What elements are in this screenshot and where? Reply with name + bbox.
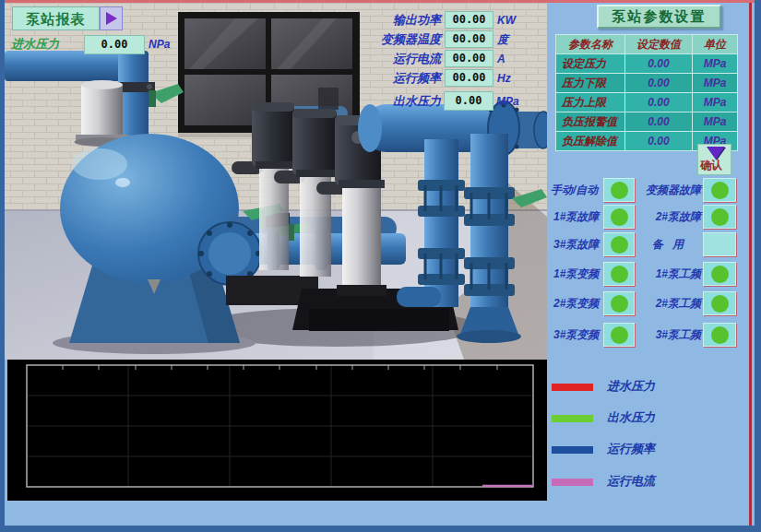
status-lamp [603,205,635,229]
report-button-label[interactable]: 泵站报表 [12,6,100,30]
param-unit: MPa [693,54,737,73]
status-label-pump1-vfd: 1#泵变频 [553,262,604,286]
legend-label: 出水压力 [607,410,655,425]
outlet-pressure-unit: MPa [496,93,519,110]
readout-value: 00.00 [445,50,493,67]
lamp-on-icon [711,266,729,283]
param-unit: MPa [693,112,737,131]
param-setpoint[interactable]: 0.00 [625,54,692,73]
param-setpoint[interactable]: 0.00 [625,93,692,112]
inlet-pressure-value: 0.00 [84,35,145,54]
readout-label: 运行电流 [355,51,441,67]
table-header: 单位 [693,35,737,53]
legend-label: 运行频率 [607,442,655,456]
param-name: 负压解除值 [556,132,624,150]
param-setpoint[interactable]: 0.00 [625,132,692,150]
readout-label: 输出功率 [355,12,441,29]
frame-bottom [0,526,761,532]
lamp-on-icon [611,236,628,254]
status-label-pump3-vfd: 3#泵变频 [553,323,604,347]
frame-top [0,0,761,3]
status-label-pump2-fault: 2#泵故障 [635,205,701,229]
legend-swatch [552,446,593,454]
readout-unit: 度 [497,31,508,48]
legend-swatch [552,415,593,422]
table-header: 设定数值 [625,35,692,53]
legend-label: 运行电流 [607,474,655,489]
lamp-on-icon [711,295,729,313]
param-setpoint[interactable]: 0.00 [625,112,692,131]
status-label-pump3-mains: 3#泵工频 [635,323,701,347]
readout-unit: Hz [497,70,511,87]
trend-chart [5,360,547,502]
readout-unit: A [497,51,505,67]
legend-label: 进水压力 [607,379,655,394]
param-name: 压力下限 [556,74,624,92]
status-lamp [603,262,635,286]
status-label-vfd-fault: 变频器故障 [635,178,701,202]
status-label-pump3-fault: 3#泵故障 [553,232,604,256]
status-lamp-empty [703,232,736,256]
lamp-on-icon [611,208,628,226]
panel-accent-line [749,3,752,526]
readout-label: 变频器温度 [355,31,441,48]
report-nav-button[interactable] [100,6,123,30]
status-label-pump2-mains: 2#泵工频 [635,291,701,315]
status-label-pump1-mains: 1#泵工频 [635,262,701,286]
status-lamp [603,323,635,347]
inlet-pressure-label: 进水压力 [11,36,59,53]
status-label-spare: 备 用 [635,232,701,256]
readout-label: 运行频率 [355,70,441,87]
param-name: 压力上限 [556,93,624,112]
lamp-on-icon [611,266,628,283]
play-arrow-icon [106,12,117,25]
status-lamp [703,205,736,229]
tank-top-cylinder [75,80,130,147]
inlet-pressure-unit: NPa [149,36,170,53]
param-setpoint[interactable]: 0.00 [625,74,692,92]
lamp-on-icon [711,182,729,199]
confirm-button[interactable]: 确认 [697,144,731,175]
readout-unit: KW [497,12,516,29]
readout-value: 00.00 [445,30,493,48]
confirm-button-label: 确认 [700,158,722,173]
outlet-pressure-value: 0.00 [444,91,493,111]
param-name: 设定压力 [556,54,624,73]
frame-right [755,0,761,532]
status-lamp [603,291,635,315]
frame-left [0,0,5,532]
legend-swatch [552,384,593,391]
param-name: 负压报警值 [556,112,624,131]
report-button[interactable]: 泵站报表 [12,6,123,30]
param-unit: MPa [693,93,737,112]
status-lamp [603,232,635,256]
status-lamp [703,323,736,347]
outlet-pressure-label: 出水压力 [374,93,441,110]
lamp-on-icon [711,326,729,344]
hmi-pump-station-screen: 泵站报表 进水压力 0.00 NPa 输出功率 00.00 KW 变频器温度 0… [0,0,761,532]
readout-value: 00.00 [445,11,493,29]
table-header: 参数名称 [556,35,624,53]
lamp-on-icon [611,182,628,199]
parameter-table: 参数名称 设定数值 单位 设定压力 0.00 MPa 压力下限 0.00 MPa… [555,34,738,151]
param-unit: MPa [693,74,737,92]
lamp-on-icon [711,208,729,226]
legend-swatch [552,479,593,486]
status-lamp [603,178,635,202]
status-lamp [703,262,736,286]
status-lamp [703,291,736,315]
status-label-pump1-fault: 1#泵故障 [553,205,604,229]
status-lamp [703,178,736,202]
lamp-on-icon [611,326,628,344]
status-label-manual-auto: 手动/自动 [551,178,604,202]
lamp-on-icon [611,295,628,313]
readout-value: 00.00 [445,69,493,87]
settings-panel-title: 泵站参数设置 [597,5,721,29]
status-label-pump2-vfd: 2#泵变频 [553,291,604,315]
